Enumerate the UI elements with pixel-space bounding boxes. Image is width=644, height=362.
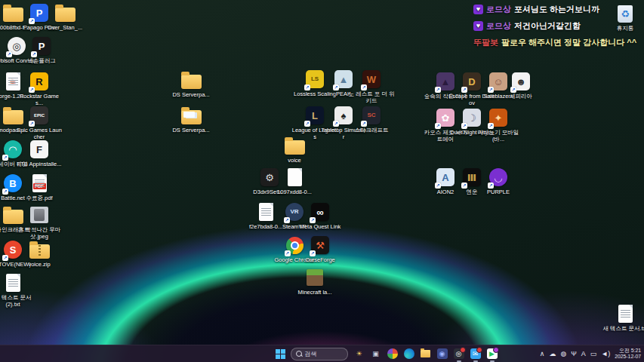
tray-app-icon[interactable]: ◍	[560, 351, 566, 357]
desktop-icon-label: voice.zip	[28, 261, 50, 268]
chat-text: 팔로우 해주시면 정말 감사합니다 ^^	[501, 37, 636, 48]
desktop-icon-epic-games-launcher[interactable]: EPIC↗Epic Games Launcher	[15, 106, 63, 140]
desktop-icon-label: 1097xdd8-0...	[277, 189, 312, 195]
touch-keyboard-icon[interactable]: ▭	[590, 351, 597, 357]
people-app-taskbar-button[interactable]: ◉	[436, 348, 448, 360]
desktop-icon-label: DS Serverpa...	[172, 91, 209, 98]
starcraft-icon: SC↗	[362, 106, 381, 125]
desktop-icon-label: 수료증.pdf	[26, 195, 52, 201]
desktop-icon-rockstar-games[interactable]: R↗Rockstar Games...	[15, 72, 63, 106]
desktop-icon-no-rest-for-the-wicked[interactable]: W↗노 레스트 포 더 위키드	[347, 69, 396, 104]
shortcut-arrow-icon: ↗	[31, 51, 37, 57]
desktop-icon-folder-ds-serverpack-2[interactable]: DS Serverpa...	[167, 106, 215, 133]
voice-zip-icon	[29, 240, 50, 259]
desktop-icon-pdf-suryojeung[interactable]: PDF수료증.pdf	[15, 173, 63, 201]
minecraft-launcher-icon	[307, 268, 323, 287]
chat-app-taskbar-button[interactable]: ✉	[470, 348, 482, 360]
clock-date: 2025-12-07	[615, 354, 641, 360]
shortcut-arrow-icon: ↗	[29, 18, 35, 24]
stream-app-taskbar-button[interactable]: ▶	[486, 348, 498, 360]
desktop-icon-folder-ds-serverpack-1[interactable]: DS Serverpa...	[167, 70, 215, 98]
desktop-icon-minecraft-launcher[interactable]: Minecraft la...	[291, 268, 339, 296]
desktop-icon-meta-quest-link[interactable]: ∞↗Meta Quest Link	[296, 202, 344, 230]
chat-username: 뚜팔봇	[473, 37, 498, 48]
desktop-icon-jpeg-mumasat[interactable]: 흔 빡적나간 무마삿.jpeg	[15, 205, 63, 240]
file-explorer-taskbar-button[interactable]	[420, 348, 432, 360]
volume-icon[interactable]: ◄)	[601, 351, 610, 357]
chat-message: 뚜팔봇팔로우 해주시면 정말 감사합니다 ^^	[473, 37, 621, 48]
jpeg-mumasat-icon	[30, 205, 48, 225]
desktop-wallpaper: 000b8fbd-f...P↗Papago PlusOver_Stan_...◎…	[0, 0, 644, 362]
notification-badge	[476, 347, 482, 353]
rockstar-games-icon: R↗	[30, 72, 48, 91]
nexon-plug-icon: P↗	[32, 36, 51, 56]
no-rest-for-the-wicked-icon: W↗	[362, 69, 381, 89]
pdf-suryojeung-icon: PDF	[32, 173, 47, 193]
desktop-icon-file-1097xdd8[interactable]: 1097xdd8-0...	[270, 167, 319, 195]
shortcut-arrow-icon: ↗	[2, 255, 8, 261]
meta-quest-link-icon: ∞↗	[311, 202, 329, 222]
shortcut-arrow-icon: ↗	[488, 87, 494, 93]
taskbar-apps: ☀▣◉◎✉▶	[353, 348, 498, 360]
photos-pinwheel-taskbar-button[interactable]	[387, 348, 399, 360]
shortcut-arrow-icon: ↗	[2, 155, 8, 161]
desktop-icon-label: 새 텍스트 문서 (2).txt	[0, 294, 36, 308]
shortcut-arrow-icon: ↗	[488, 123, 494, 129]
notification-badge	[493, 347, 499, 353]
sepiria-icon: ☻↗	[512, 72, 530, 91]
chat-username: 로므상	[486, 20, 511, 32]
desktop-icon-voice-zip[interactable]: voice.zip	[15, 240, 63, 268]
desktop-icon-nexon-plug[interactable]: P↗넥슨플러그	[17, 36, 66, 64]
desktop-icon-sepiria[interactable]: ☻↗세피리아	[497, 72, 545, 100]
clock[interactable]: 오전 5:21 2025-12-07	[615, 348, 641, 360]
desktop-icon-txt-new-2[interactable]: 새 텍스트 문서 (2).txt	[0, 273, 37, 308]
shortcut-arrow-icon: ↗	[333, 84, 339, 90]
system-tray: ∧☁◍ΨA▭◄) 오전 5:21 2025-12-07	[540, 345, 641, 362]
search-input[interactable]: 검색	[291, 348, 348, 360]
folder-ds-serverpack-1-icon	[181, 70, 202, 90]
widgets-weather-taskbar-button[interactable]: ☀	[353, 348, 365, 360]
desktop-icon-folder-over-stan[interactable]: Over_Stan_...	[41, 3, 89, 31]
shortcut-arrow-icon: ↗	[310, 217, 316, 223]
tray-mic-icon[interactable]: Ψ	[571, 351, 577, 357]
desktop-icon-mabinogi-mobile[interactable]: ✦↗마비노기 모바일(바...	[474, 108, 522, 143]
shortcut-arrow-icon: ↗	[461, 87, 467, 93]
desktop-icon-label: PURPLE	[487, 189, 510, 195]
obs-app-taskbar-button[interactable]: ◎	[453, 348, 465, 360]
task-view-taskbar-button[interactable]: ▣	[370, 348, 382, 360]
desktop-icon-label: Minecraft la...	[297, 289, 331, 296]
desktop-icon-ftb-appinstaller[interactable]: FFTB Appinstalle...	[15, 140, 63, 167]
desktop-icon-txt-new[interactable]: 새 텍스트 문서.txt	[601, 304, 644, 332]
desktop-icon-label: 새 텍스트 문서.txt	[602, 325, 644, 332]
desktop-icon-curseforge[interactable]: ⚒↗CurseForge	[296, 235, 344, 263]
shortcut-arrow-icon: ↗	[285, 250, 291, 256]
widgets-weather-icon: ☀	[354, 348, 365, 359]
shortcut-arrow-icon: ↗	[461, 183, 467, 189]
chat-username: 로므상	[486, 4, 511, 15]
ftb-appinstaller-icon: F	[30, 140, 48, 159]
desktop-icon-folder-voice[interactable]: voice	[270, 136, 319, 164]
desktop-icon-label: FTB Appinstalle...	[17, 161, 62, 167]
desktop-icon-label: CurseForge	[305, 256, 335, 263]
shortcut-arrow-icon: ↗	[488, 183, 494, 189]
epic-games-launcher-icon: EPIC↗	[30, 106, 48, 125]
photos-pinwheel-icon	[387, 348, 398, 359]
purple-launcher-icon: ◡↗	[489, 167, 507, 187]
shortcut-arrow-icon: ↗	[304, 84, 310, 90]
start-button[interactable]	[276, 349, 285, 359]
file-1097xdd8-icon	[288, 167, 302, 187]
tray-chevron-icon[interactable]: ∧	[540, 351, 545, 357]
desktop-icon-starcraft[interactable]: SC↗스타크래프트	[347, 106, 396, 133]
shortcut-arrow-icon: ↗	[29, 87, 35, 93]
ime-indicator[interactable]: A	[581, 351, 586, 357]
txt-new-2-icon	[6, 273, 20, 293]
shortcut-arrow-icon: ↗	[361, 84, 367, 90]
shortcut-arrow-icon: ↗	[29, 121, 35, 127]
tray-cloud-icon[interactable]: ☁	[549, 351, 556, 357]
desktop-icon-label: 흔 빡적나간 무마삿.jpeg	[16, 226, 63, 240]
shortcut-arrow-icon: ↗	[2, 189, 8, 195]
desktop-icon-label: 스타크래프트	[355, 127, 389, 133]
edge-browser-taskbar-button[interactable]	[403, 348, 415, 360]
task-view-icon: ▣	[371, 348, 381, 359]
desktop-icon-purple-launcher[interactable]: ◡↗PURPLE	[474, 167, 522, 195]
